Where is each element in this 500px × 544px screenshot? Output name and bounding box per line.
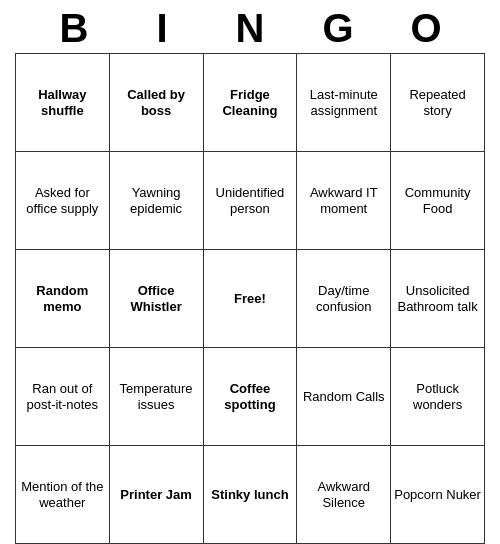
cell-r2-c2: Free! [203,250,297,348]
cell-r1-c2: Unidentified person [203,152,297,250]
cell-r3-c3: Random Calls [297,348,391,446]
cell-r4-c1: Printer Jam [109,446,203,544]
cell-r3-c2: Coffee spotting [203,348,297,446]
bingo-letter-g: G [294,6,382,51]
cell-r3-c1: Temperature issues [109,348,203,446]
bingo-grid: Hallway shuffleCalled by bossFridge Clea… [15,53,485,544]
cell-r1-c4: Community Food [391,152,485,250]
cell-r1-c0: Asked for office supply [16,152,110,250]
cell-r2-c4: Unsolicited Bathroom talk [391,250,485,348]
cell-r0-c1: Called by boss [109,54,203,152]
cell-r4-c0: Mention of the weather [16,446,110,544]
cell-r1-c1: Yawning epidemic [109,152,203,250]
cell-r4-c2: Stinky lunch [203,446,297,544]
bingo-letter-o: O [382,6,470,51]
cell-r3-c4: Potluck wonders [391,348,485,446]
cell-r4-c3: Awkward Silence [297,446,391,544]
bingo-letter-i: I [118,6,206,51]
cell-r2-c0: Random memo [16,250,110,348]
cell-r3-c0: Ran out of post-it-notes [16,348,110,446]
cell-r1-c3: Awkward IT moment [297,152,391,250]
bingo-letter-n: N [206,6,294,51]
bingo-title: BINGO [15,0,485,53]
cell-r0-c0: Hallway shuffle [16,54,110,152]
cell-r2-c3: Day/time confusion [297,250,391,348]
cell-r0-c4: Repeated story [391,54,485,152]
cell-r0-c3: Last-minute assignment [297,54,391,152]
bingo-letter-b: B [30,6,118,51]
cell-r4-c4: Popcorn Nuker [391,446,485,544]
cell-r2-c1: Office Whistler [109,250,203,348]
cell-r0-c2: Fridge Cleaning [203,54,297,152]
